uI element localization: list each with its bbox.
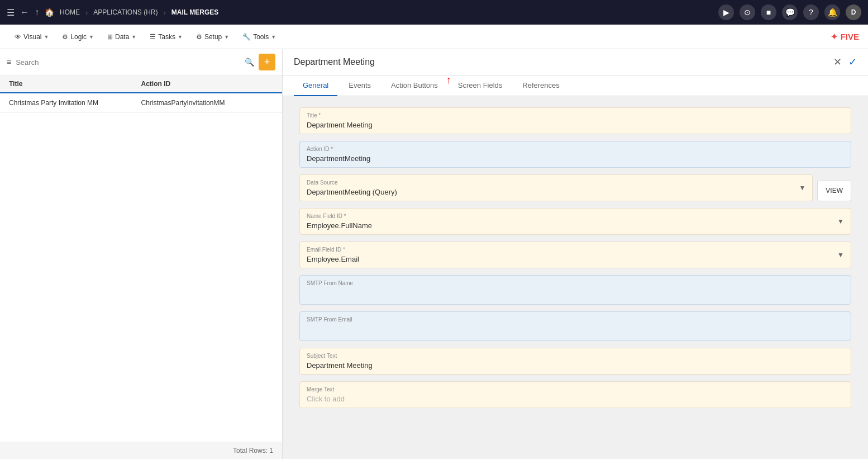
stop-btn[interactable]: ■ (761, 4, 776, 20)
tasks-btn[interactable]: ☰ Tasks ▼ (144, 31, 188, 43)
tab-screen-fields-label: Screen Fields (458, 81, 502, 89)
tab-events-label: Events (349, 81, 371, 89)
tasks-arrow: ▼ (178, 34, 183, 40)
total-rows: Total Rows: 1 (233, 447, 273, 455)
tools-label: Tools (253, 33, 269, 41)
back-icon[interactable]: ← (20, 7, 29, 17)
form-header-actions: ✕ ✓ (833, 56, 857, 68)
field-action-id[interactable]: Action ID * DepartmentMeeting (299, 141, 851, 168)
field-smtp-from-email-value (307, 325, 844, 336)
setup-icon: ⚙ (196, 33, 202, 41)
breadcrumb-mail-merges[interactable]: MAIL MERGES (171, 8, 218, 16)
left-panel: ≡ 🔍 + Title Action ID Christmas Party In… (0, 49, 283, 459)
field-email-field-id-label: Email Field ID * (307, 247, 844, 253)
menu-icon[interactable]: ☰ (7, 7, 15, 18)
avatar[interactable]: D (846, 4, 861, 20)
tools-arrow: ▼ (271, 34, 276, 40)
tab-screen-fields[interactable]: Screen Fields (449, 75, 511, 96)
tab-action-buttons[interactable]: Action Buttons ↑ (382, 75, 447, 96)
bell-btn[interactable]: 🔔 (824, 4, 840, 20)
field-data-source-value: DepartmentMeeting (Query) (307, 188, 805, 196)
data-label: Data (115, 33, 129, 41)
tabs-bar: General Events Action Buttons ↑ Screen F… (283, 75, 868, 96)
setup-btn[interactable]: ⚙ Setup ▼ (190, 31, 235, 43)
field-data-source[interactable]: Data Source DepartmentMeeting (Query) ▼ (299, 174, 813, 201)
field-action-id-label: Action ID * (307, 146, 844, 152)
up-icon[interactable]: ↑ (35, 7, 39, 17)
field-action-id-value: DepartmentMeeting (307, 154, 844, 163)
tasks-label: Tasks (158, 33, 175, 41)
data-icon: ⊞ (107, 33, 113, 41)
confirm-button[interactable]: ✓ (848, 56, 857, 68)
field-name-field-id-label: Name Field ID * (307, 213, 844, 219)
breadcrumb-home[interactable]: HOME (60, 8, 80, 16)
toolbar-right: ✦ FIVE (831, 32, 859, 42)
field-name-field-id-value: Employee.FullName (307, 221, 844, 230)
row-title: Christmas Party Invitation MM (9, 99, 141, 107)
logic-icon: ⚙ (62, 33, 68, 41)
right-panel: Department Meeting ✕ ✓ General Events Ac… (283, 49, 868, 459)
five-logo: ✦ FIVE (831, 32, 859, 42)
field-subject-text[interactable]: Subject Text Department Meeting (299, 348, 851, 375)
col-action-id: Action ID (141, 80, 274, 88)
tools-icon: 🔧 (242, 33, 251, 41)
search-btn[interactable]: ⊙ (740, 4, 755, 20)
data-btn[interactable]: ⊞ Data ▼ (102, 31, 142, 43)
field-name-field-id[interactable]: Name Field ID * Employee.FullName ▼ (299, 208, 851, 235)
top-nav-left: ☰ ← ↑ 🏠 HOME › APPLICATIONS (HR) › MAIL … (7, 7, 714, 18)
field-merge-text[interactable]: Merge Text Click to add (299, 381, 851, 408)
breadcrumb: 🏠 HOME › APPLICATIONS (HR) › MAIL MERGES (45, 8, 218, 17)
tab-references[interactable]: References (513, 75, 568, 96)
logic-arrow: ▼ (89, 34, 94, 40)
chat-btn[interactable]: 💬 (782, 4, 798, 20)
field-subject-text-label: Subject Text (307, 353, 844, 359)
breadcrumb-apps[interactable]: APPLICATIONS (HR) (93, 8, 158, 16)
tab-events[interactable]: Events (340, 75, 380, 96)
field-smtp-from-name-label: SMTP From Name (307, 280, 844, 286)
tools-btn[interactable]: 🔧 Tools ▼ (237, 31, 282, 43)
col-title: Title (9, 80, 141, 88)
search-icon[interactable]: 🔍 (245, 58, 254, 67)
breadcrumb-sep-2: › (163, 8, 165, 17)
field-merge-text-value: Click to add (307, 395, 844, 403)
filter-icon[interactable]: ≡ (7, 58, 11, 67)
main-layout: ≡ 🔍 + Title Action ID Christmas Party In… (0, 49, 868, 459)
view-button[interactable]: VIEW (817, 180, 851, 201)
logic-btn[interactable]: ⚙ Logic ▼ (56, 31, 99, 43)
add-button[interactable]: + (259, 54, 275, 70)
data-arrow: ▼ (131, 34, 136, 40)
setup-arrow: ▼ (224, 34, 229, 40)
form-title: Department Meeting (294, 57, 375, 67)
field-smtp-from-name-value (307, 288, 844, 300)
form-header: Department Meeting ✕ ✓ (283, 49, 868, 75)
table-body: Christmas Party Invitation MM ChristmasP… (0, 93, 282, 442)
play-btn[interactable]: ▶ (718, 4, 734, 20)
table-row[interactable]: Christmas Party Invitation MM ChristmasP… (0, 93, 282, 113)
toolbar-left: 👁 Visual ▼ ⚙ Logic ▼ ⊞ Data ▼ ☰ Tasks ▼ … (9, 31, 282, 43)
form-body: Title * Department Meeting Action ID * D… (283, 96, 868, 459)
field-email-field-id-value: Employee.Email (307, 255, 844, 263)
top-nav-right: ▶ ⊙ ■ 💬 ? 🔔 D (718, 4, 861, 20)
data-source-row: Data Source DepartmentMeeting (Query) ▼ … (299, 174, 851, 201)
field-smtp-from-name[interactable]: SMTP From Name (299, 275, 851, 305)
row-action-id: ChristmasPartyInvitationMM (141, 99, 274, 107)
eye-icon: 👁 (15, 33, 21, 41)
field-data-source-label: Data Source (307, 179, 805, 186)
close-button[interactable]: ✕ (833, 56, 842, 68)
table-footer: Total Rows: 1 (0, 442, 282, 459)
help-btn[interactable]: ? (803, 4, 819, 20)
field-smtp-from-email[interactable]: SMTP From Email (299, 311, 851, 341)
field-email-field-id[interactable]: Email Field ID * Employee.Email ▼ (299, 242, 851, 268)
tab-general[interactable]: General (294, 75, 337, 96)
field-smtp-from-email-label: SMTP From Email (307, 316, 844, 323)
logic-label: Logic (70, 33, 87, 41)
table-header: Title Action ID (0, 75, 282, 93)
search-bar: ≡ 🔍 + (0, 49, 282, 75)
field-title[interactable]: Title * Department Meeting (299, 107, 851, 134)
setup-label: Setup (204, 33, 222, 41)
visual-label: Visual (23, 33, 41, 41)
field-merge-text-label: Merge Text (307, 386, 844, 392)
secondary-toolbar: 👁 Visual ▼ ⚙ Logic ▼ ⊞ Data ▼ ☰ Tasks ▼ … (0, 25, 868, 49)
visual-btn[interactable]: 👁 Visual ▼ (9, 31, 54, 43)
search-input[interactable] (16, 58, 240, 67)
